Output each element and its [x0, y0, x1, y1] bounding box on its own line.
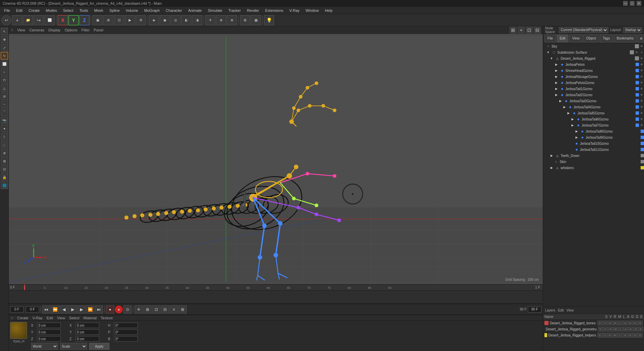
jerboa-vis-icon[interactable]: 👁 — [639, 56, 644, 61]
tree-item-tail1[interactable]: ▶ ◆ JerboaTail1Gizmo 👁 — [543, 86, 644, 92]
viewport-menu-cameras[interactable]: Cameras — [29, 28, 45, 32]
bones-l-icon[interactable]: L — [618, 321, 622, 325]
goto-end-button[interactable]: ⏭ — [95, 305, 103, 314]
tree-item-pelvis[interactable]: ▶ ◆ JerboaPelvis 👁 — [543, 61, 644, 68]
x-axis-button[interactable]: X — [58, 15, 68, 25]
cam-button[interactable]: ◐ — [181, 15, 191, 25]
snap-button[interactable]: ✛ — [205, 15, 215, 25]
tree-item-tail2[interactable]: ▶ ◆ JerboaTail2Gizmo 👁 — [543, 92, 644, 98]
menu-tracker[interactable]: Tracker — [226, 8, 244, 13]
anim-mode-button[interactable]: ⊡ — [114, 15, 124, 25]
viewport-icon-3[interactable]: ⊡ — [526, 27, 533, 33]
pelvis-expand-icon[interactable]: ▶ — [554, 62, 559, 67]
help-s-icon[interactable]: S — [597, 333, 602, 338]
tail4-expand-icon[interactable]: ▶ — [562, 105, 567, 109]
tail6-expand-icon[interactable]: ▶ — [570, 117, 575, 122]
end-frame-input[interactable] — [528, 306, 541, 313]
menu-vray[interactable]: V-Ray — [287, 8, 302, 13]
tail9-expand-icon[interactable]: ▶ — [574, 135, 579, 140]
viewport-menu-filter[interactable]: Filter — [81, 28, 89, 32]
geom-s-icon[interactable]: S — [598, 327, 603, 331]
bones-a-icon[interactable]: A — [623, 321, 627, 325]
tree-item-skin[interactable]: ○ Skin — [543, 159, 644, 165]
shrewhead-vis-icon[interactable]: 👁 — [639, 68, 644, 73]
record-active-button[interactable]: ● — [106, 305, 114, 314]
tab-edit[interactable]: Edit — [557, 34, 568, 43]
h-input[interactable] — [114, 323, 138, 328]
weight-icon[interactable]: ⊡ — [1, 165, 8, 173]
world-dropdown[interactable]: World — [31, 343, 58, 350]
spline3-icon[interactable]: ~ — [1, 101, 8, 108]
tree-item-sky[interactable]: ○ Sky 👁 — [543, 43, 644, 49]
tree-item-tail9[interactable]: ▶ ◆ JerboaTail9Gizmo — [543, 134, 644, 140]
subdivision-expand-icon[interactable]: ▼ — [546, 50, 551, 55]
goto-start-button[interactable]: ⏮ — [42, 305, 50, 314]
p-input[interactable] — [114, 329, 138, 335]
geom-a-icon[interactable]: A — [623, 327, 628, 331]
pelvisgizmo-expand-icon[interactable]: ▶ — [554, 80, 559, 85]
prev-key-button[interactable]: ◀ — [60, 305, 68, 314]
start-frame-input[interactable] — [10, 306, 24, 313]
geom-v-icon[interactable]: V — [603, 327, 608, 331]
layer-geometry[interactable]: Desert_Jerboa_Rigged_geometru S V R M L … — [543, 326, 644, 332]
help-d-icon[interactable]: D — [633, 333, 638, 338]
light2-button[interactable]: 💡 — [264, 15, 274, 25]
model-mode-button[interactable]: ▣ — [92, 15, 103, 25]
next-key-button[interactable]: ▶ — [77, 305, 85, 314]
motion-record-button[interactable]: ⊙ — [124, 305, 132, 314]
tail3-expand-icon[interactable]: ▶ — [558, 99, 563, 103]
animation-mode-button[interactable]: ⊡ — [152, 305, 160, 314]
bottom-menu-vray[interactable]: V-Ray — [32, 316, 43, 320]
bones-e-icon[interactable]: E — [638, 321, 643, 325]
tail5-expand-icon[interactable]: ▶ — [566, 111, 571, 115]
scale-tool-icon[interactable]: ⤢ — [1, 44, 8, 51]
bend-icon[interactable]: ⌇ — [1, 133, 8, 140]
light-button[interactable]: ◑ — [192, 15, 202, 25]
move-tool-icon[interactable]: ✥ — [1, 36, 8, 43]
geom-l-icon[interactable]: L — [618, 327, 623, 331]
poly-button[interactable]: ◈ — [149, 15, 159, 25]
bones-d-icon[interactable]: D — [633, 321, 638, 325]
sub-close-icon[interactable]: ✕ — [639, 50, 644, 55]
bottom-menu-texture[interactable]: Texture — [101, 316, 113, 320]
tree-item-whiskers[interactable]: ▶ △ whiskers — [543, 165, 644, 171]
grid-button[interactable]: ⊞ — [240, 15, 250, 25]
help-a-icon[interactable]: A — [623, 333, 627, 338]
tail7-expand-icon[interactable]: ▶ — [570, 123, 575, 128]
b-input[interactable] — [114, 336, 138, 342]
scale-dropdown[interactable]: Scale — [60, 343, 87, 350]
close-button[interactable]: ✕ — [637, 1, 641, 6]
texture-mode-button[interactable]: ⊞ — [103, 15, 113, 25]
bottom-menu-view[interactable]: View — [57, 316, 65, 320]
record-button[interactable]: ● — [115, 305, 123, 314]
bones-s-icon[interactable]: S — [597, 321, 602, 325]
bottom-menu-edit[interactable]: Edit — [47, 316, 53, 320]
menu-window[interactable]: Window — [303, 8, 321, 13]
help-g-icon[interactable]: G — [628, 333, 633, 338]
tab-object[interactable]: Object — [583, 34, 599, 43]
menu-tools[interactable]: Tools — [77, 8, 91, 13]
ribcage-vis-icon[interactable]: 👁 — [639, 74, 644, 79]
whiskers-expand-icon[interactable]: ▶ — [549, 165, 554, 170]
menu-volume[interactable]: Volume — [123, 8, 141, 13]
menu-select[interactable]: Select — [60, 8, 76, 13]
tag-icon[interactable]: ⊛ — [1, 149, 8, 157]
viewport-icon-1[interactable]: ⊞ — [510, 27, 516, 33]
grid2-button[interactable]: ▦ — [251, 15, 261, 25]
viewport-icon-4[interactable]: ⊟ — [534, 27, 541, 33]
cube-icon[interactable]: ⬜ — [1, 60, 8, 68]
obj-button[interactable]: ◎ — [170, 15, 181, 25]
render-region-button[interactable]: ⬜ — [45, 15, 55, 25]
tab-view[interactable]: View — [569, 34, 583, 43]
geom-g-icon[interactable]: G — [628, 327, 633, 331]
deform-icon[interactable]: ⌒ — [1, 109, 8, 116]
cylinder-icon[interactable]: ⊓ — [1, 76, 8, 84]
tab-bookmarks[interactable]: Bookmarks — [614, 34, 637, 43]
menu-simulate[interactable]: Simulate — [205, 8, 225, 13]
tree-item-teeth[interactable]: ▶ △ Teeth_Down — [543, 153, 644, 159]
auto-key-button[interactable]: ⊞ — [143, 305, 152, 314]
geom-r-icon[interactable]: R — [608, 327, 613, 331]
x-pos-input[interactable] — [37, 323, 61, 328]
tree-item-jerboa[interactable]: ▼ △ Desert_Jerboa_Rigged 👁 — [543, 55, 644, 61]
layout-dropdown[interactable]: Startup — [623, 27, 642, 33]
